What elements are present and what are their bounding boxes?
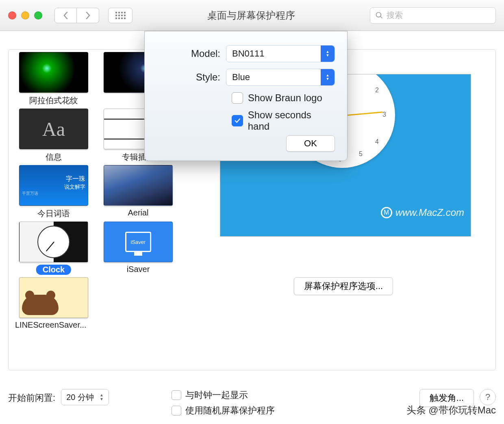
saver-item-message[interactable]: Aa 信息 [15, 109, 92, 163]
dropdown-arrows-icon: ▲▼ [321, 46, 335, 62]
saver-item-arabesque[interactable]: 阿拉伯式花纹 [15, 52, 92, 106]
style-select[interactable]: Blue ▲▼ [226, 69, 335, 86]
screensaver-options-button[interactable]: 屏幕保护程序选项... [294, 277, 393, 295]
saver-item-isaver[interactable]: iSaver iSaver [100, 222, 177, 275]
titlebar: 桌面与屏幕保护程序 [0, 0, 504, 31]
saver-item-clock[interactable]: Clock [15, 222, 92, 275]
saver-label: Aerial [100, 208, 177, 217]
close-window-icon[interactable] [8, 11, 16, 20]
saver-thumbnail [104, 165, 173, 206]
thumb-text: 说文解字 [64, 183, 85, 191]
saver-label: 信息 [15, 152, 92, 163]
random-saver-label: 使用随机屏幕保护程序 [185, 404, 275, 417]
saver-thumbnail [19, 222, 88, 262]
search-icon [375, 11, 383, 20]
ok-button[interactable]: OK [286, 135, 335, 152]
model-label: Model: [157, 48, 226, 59]
idle-label: 开始前闲置: [8, 390, 55, 404]
model-value: BN0111 [232, 48, 265, 59]
show-logo-checkbox[interactable] [232, 92, 243, 104]
saver-thumbnail [19, 52, 88, 93]
zoom-window-icon[interactable] [34, 11, 42, 20]
saver-thumbnail: 字一珠 说文解字 千言万语 [19, 165, 88, 206]
footer-watermark: 头条 @带你玩转Mac [406, 404, 496, 417]
options-sheet: Model: BN0111 ▲▼ Style: Blue ▲▼ Show Bra… [144, 31, 348, 161]
grid-icon [115, 12, 126, 19]
saver-label: iSaver [100, 265, 177, 274]
preview-watermark: M www.MacZ.com [381, 207, 464, 218]
show-clock-checkbox[interactable] [172, 390, 181, 400]
thumb-text: iSaver [125, 232, 151, 252]
show-seconds-checkbox[interactable] [232, 115, 243, 126]
window-title: 桌面与屏幕保护程序 [137, 9, 365, 22]
watermark-badge-icon: M [381, 207, 392, 218]
saver-item-aerial[interactable]: Aerial [100, 165, 177, 219]
saver-label: 阿拉伯式花纹 [15, 95, 92, 106]
help-button[interactable]: ? [480, 389, 496, 405]
thumb-text: 千言万语 [22, 191, 38, 196]
dropdown-arrows-icon: ▲▼ [321, 69, 335, 85]
help-icon: ? [485, 392, 490, 402]
show-all-prefs-button[interactable] [108, 8, 133, 23]
saver-label-selected: Clock [36, 265, 71, 275]
chevron-right-icon [85, 11, 91, 20]
nav-segment [54, 8, 99, 23]
minimize-window-icon[interactable] [21, 11, 29, 20]
back-button[interactable] [54, 8, 77, 23]
watermark-text: www.MacZ.com [395, 207, 464, 218]
idle-time-value: 20 分钟 [66, 392, 94, 403]
saver-item-line[interactable]: LINEScreenSaver... [15, 277, 92, 330]
forward-button[interactable] [77, 8, 99, 23]
chevron-left-icon [63, 11, 69, 20]
model-select[interactable]: BN0111 ▲▼ [226, 45, 335, 62]
style-value: Blue [232, 72, 250, 83]
check-icon [234, 117, 241, 124]
style-label: Style: [157, 72, 226, 83]
idle-time-select[interactable]: 20 分钟 ▲▼ [61, 389, 109, 405]
search-field[interactable] [370, 7, 496, 24]
saver-thumbnail [19, 277, 88, 318]
saver-thumbnail: iSaver [104, 222, 173, 262]
saver-thumbnail: Aa [19, 109, 88, 149]
thumb-text: 字一珠 [66, 175, 85, 183]
saver-label: 今日词语 [15, 208, 92, 219]
saver-item-word[interactable]: 字一珠 说文解字 千言万语 今日词语 [15, 165, 92, 219]
search-input[interactable] [387, 11, 491, 20]
show-logo-label: Show Braun logo [248, 92, 322, 104]
stepper-icon: ▲▼ [100, 393, 104, 401]
show-seconds-label: Show seconds hand [248, 109, 335, 132]
random-saver-checkbox[interactable] [172, 406, 181, 415]
window-controls [8, 11, 42, 20]
show-clock-label: 与时钟一起显示 [185, 389, 248, 401]
saver-label: LINEScreenSaver... [15, 320, 92, 330]
